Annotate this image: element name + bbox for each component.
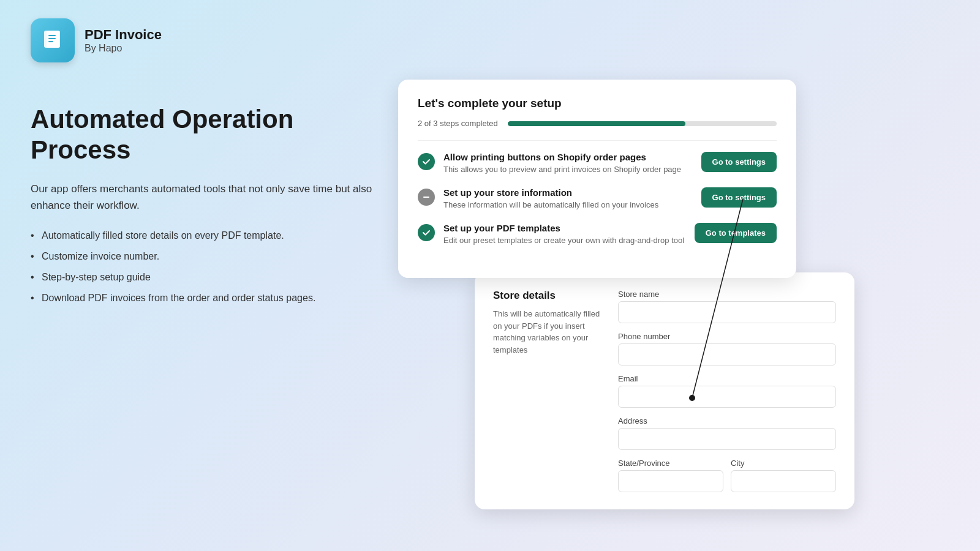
step-item-2: Set up your store information These info…	[418, 187, 777, 209]
store-card-inner: Store details This will be automatically…	[493, 290, 836, 492]
feature-item-1: Automatically filled store details on ev…	[31, 228, 374, 243]
step-3-icon	[418, 224, 435, 241]
store-details-card: Store details This will be automatically…	[475, 272, 854, 509]
state-city-row: State/Province City	[618, 459, 836, 492]
svg-rect-2	[48, 35, 56, 36]
city-field-group: City	[731, 459, 836, 492]
app-title-block: PDF Invoice By Hapo	[85, 27, 162, 54]
step-2-text: Set up your store information These info…	[443, 187, 658, 209]
progress-bar-background	[508, 121, 777, 126]
feature-item-4: Download PDF invoices from the order and…	[31, 291, 374, 305]
step-1-text: Allow printing buttons on Shopify order …	[443, 152, 681, 174]
store-name-input[interactable]	[618, 301, 836, 323]
address-label: Address	[618, 416, 836, 425]
step-item-3: Set up your PDF templates Edit our prese…	[418, 223, 777, 245]
email-label: Email	[618, 374, 836, 383]
step-3-text: Set up your PDF templates Edit our prese…	[443, 223, 684, 245]
step-2-title: Set up your store information	[443, 187, 658, 198]
feature-item-3: Step-by-step setup guide	[31, 270, 374, 285]
email-input[interactable]	[618, 386, 836, 408]
step-1-icon	[418, 153, 435, 170]
setup-card: Let's complete your setup 2 of 3 steps c…	[398, 80, 796, 278]
hero-description: Our app offers merchants automated tools…	[31, 181, 374, 214]
step-2-icon	[418, 189, 435, 206]
svg-rect-5	[423, 197, 429, 198]
email-field-group: Email	[618, 374, 836, 408]
store-card-desc: This will be automatically filled on you…	[493, 308, 603, 356]
store-card-title: Store details	[493, 290, 603, 302]
phone-input[interactable]	[618, 343, 836, 365]
store-name-field-group: Store name	[618, 290, 836, 323]
progress-row: 2 of 3 steps completed	[418, 119, 777, 128]
step-1-desc: This allows you to preview and print inv…	[443, 165, 681, 174]
step-2-desc: These information will be automatically …	[443, 200, 658, 209]
app-header: PDF Invoice By Hapo	[31, 18, 162, 62]
city-label: City	[731, 459, 836, 468]
step-3-desc: Edit our preset templates or create your…	[443, 236, 684, 245]
step-item-1: Allow printing buttons on Shopify order …	[418, 152, 777, 174]
store-card-left: Store details This will be automatically…	[493, 290, 603, 492]
step-1-left: Allow printing buttons on Shopify order …	[418, 152, 692, 174]
city-input[interactable]	[731, 470, 836, 492]
step-3-button[interactable]: Go to templates	[695, 223, 777, 243]
step-2-button[interactable]: Go to settings	[701, 187, 777, 208]
progress-label: 2 of 3 steps completed	[418, 119, 498, 128]
step-3-left: Set up your PDF templates Edit our prese…	[418, 223, 685, 245]
step-2-left: Set up your store information These info…	[418, 187, 692, 209]
left-content: Automated Operation Process Our app offe…	[31, 104, 374, 305]
feature-list: Automatically filled store details on ev…	[31, 228, 374, 305]
step-3-title: Set up your PDF templates	[443, 223, 684, 233]
svg-rect-4	[48, 41, 53, 42]
phone-field-group: Phone number	[618, 332, 836, 365]
feature-item-2: Customize invoice number.	[31, 249, 374, 264]
step-1-button[interactable]: Go to settings	[701, 152, 777, 172]
address-input[interactable]	[618, 428, 836, 450]
state-input[interactable]	[618, 470, 723, 492]
phone-label: Phone number	[618, 332, 836, 341]
progress-bar-fill	[508, 121, 685, 126]
store-name-label: Store name	[618, 290, 836, 299]
svg-rect-3	[48, 38, 56, 39]
state-field-group: State/Province	[618, 459, 723, 492]
store-card-right: Store name Phone number Email Address St…	[618, 290, 836, 492]
divider	[418, 140, 777, 141]
state-label: State/Province	[618, 459, 723, 468]
app-author: By Hapo	[85, 43, 162, 54]
address-field-group: Address	[618, 416, 836, 450]
step-1-title: Allow printing buttons on Shopify order …	[443, 152, 681, 162]
app-icon	[31, 18, 75, 62]
hero-title: Automated Operation Process	[31, 104, 374, 166]
setup-title: Let's complete your setup	[418, 97, 777, 110]
app-name: PDF Invoice	[85, 27, 162, 43]
